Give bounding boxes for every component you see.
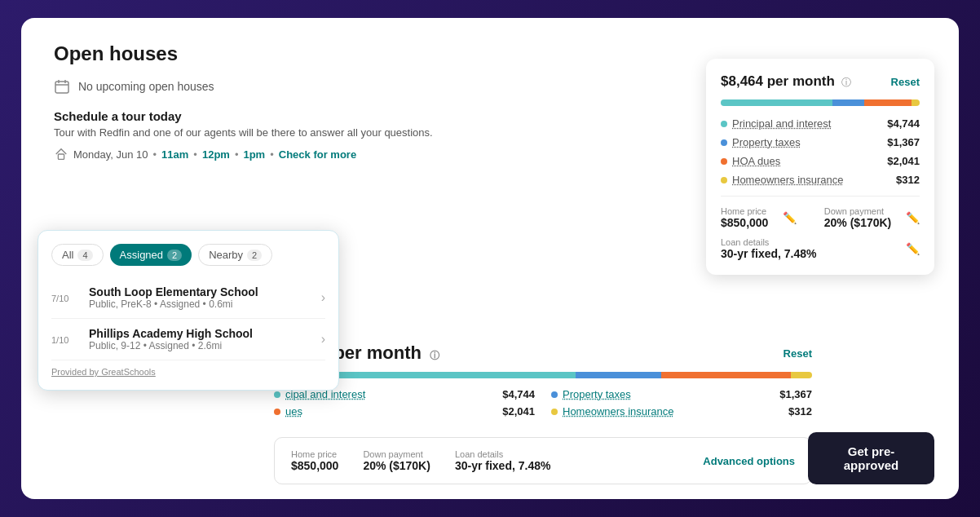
tab-all[interactable]: All 4 bbox=[51, 244, 104, 266]
float-progress-bar bbox=[721, 99, 920, 106]
bottom-payment-section: Home price $850,000 Down payment 20% ($1… bbox=[274, 437, 812, 484]
tab-nearby[interactable]: Nearby 2 bbox=[198, 244, 272, 266]
bottom-home-price-label: Home price bbox=[291, 449, 338, 459]
loan-details-edit-icon[interactable]: ✏️ bbox=[906, 242, 920, 255]
school-score-0: 7/10 bbox=[51, 291, 81, 304]
check-for-more-link[interactable]: Check for more bbox=[279, 148, 356, 161]
school-score-1: 1/10 bbox=[51, 333, 81, 346]
payment-card-float: $8,464 per month ⓘ Reset Principal and i… bbox=[706, 59, 934, 275]
tab-assigned[interactable]: Assigned 2 bbox=[110, 244, 192, 266]
main-bar-hoa bbox=[661, 372, 790, 378]
bar-principal bbox=[721, 99, 832, 106]
cost-label-taxes[interactable]: Property taxes bbox=[732, 136, 801, 148]
tour-time-11am[interactable]: 11am bbox=[161, 148, 188, 161]
cost-label-insurance[interactable]: Homeowners insurance bbox=[732, 174, 844, 186]
cost-item-hoa: HOA dues $2,041 bbox=[721, 155, 920, 167]
tour-time-12pm[interactable]: 12pm bbox=[202, 148, 230, 161]
down-payment-value: 20% ($170K) bbox=[824, 216, 892, 229]
main-bar-taxes bbox=[576, 372, 662, 378]
chevron-right-icon-1: › bbox=[321, 332, 325, 347]
bar-insurance bbox=[912, 99, 920, 106]
tour-time-1pm[interactable]: 1pm bbox=[243, 148, 265, 161]
cost-value-hoa: $2,041 bbox=[887, 155, 920, 167]
main-info-icon[interactable]: ⓘ bbox=[430, 350, 439, 361]
cost-label-principal[interactable]: Principal and interest bbox=[732, 117, 831, 130]
main-value-taxes: $1,367 bbox=[779, 388, 812, 400]
main-reset-link[interactable]: Reset bbox=[784, 347, 812, 360]
svg-rect-0 bbox=[55, 82, 68, 93]
chevron-right-icon-0: › bbox=[321, 290, 325, 305]
loan-details-label: Loan details bbox=[721, 237, 817, 247]
cost-label-hoa[interactable]: HOA dues bbox=[732, 155, 780, 167]
down-payment-edit-icon[interactable]: ✏️ bbox=[906, 211, 920, 224]
tour-date: Monday, Jun 10 bbox=[73, 148, 148, 161]
school-tabs: All 4 Assigned 2 Nearby 2 bbox=[51, 244, 325, 266]
cost-item-taxes: Property taxes $1,367 bbox=[721, 136, 920, 148]
main-cost-taxes: Property taxes $1,367 bbox=[551, 388, 812, 400]
dot-principal bbox=[721, 121, 727, 127]
main-payment-header: $8,464 per month ⓘ Reset bbox=[274, 342, 812, 364]
main-payment-section: $8,464 per month ⓘ Reset cipal and inter… bbox=[274, 342, 812, 418]
calendar-icon bbox=[54, 78, 70, 95]
bottom-down-payment-value: 20% ($170K) bbox=[363, 459, 430, 472]
dot-taxes bbox=[721, 139, 727, 146]
main-cost-grid: cipal and interest $4,744 Property taxes… bbox=[274, 388, 812, 418]
bottom-home-price: Home price $850,000 bbox=[291, 449, 338, 472]
main-value-insurance: $312 bbox=[788, 405, 812, 418]
info-icon[interactable]: ⓘ bbox=[841, 77, 851, 88]
main-cost-hoa: ues $2,041 bbox=[274, 405, 535, 418]
dot-insurance bbox=[721, 177, 727, 183]
main-container: Open houses No upcoming open houses Sche… bbox=[21, 18, 959, 499]
cost-item-principal: Principal and interest $4,744 bbox=[721, 117, 920, 130]
school-name-1: Phillips Academy High School bbox=[89, 327, 321, 340]
home-price-value: $850,000 bbox=[721, 216, 768, 229]
bottom-down-payment-label: Down payment bbox=[363, 449, 430, 459]
main-value-hoa: $2,041 bbox=[502, 405, 535, 418]
cost-value-principal: $4,744 bbox=[887, 117, 920, 130]
school-overlay: All 4 Assigned 2 Nearby 2 7/10 South Loo… bbox=[38, 230, 339, 391]
loan-details-row: Loan details 30-yr fixed, 7.48% ✏️ bbox=[721, 237, 920, 260]
main-label-insurance[interactable]: Homeowners insurance bbox=[563, 405, 674, 418]
school-name-0: South Loop Elementary School bbox=[89, 285, 321, 298]
main-value-principal: $4,744 bbox=[502, 388, 535, 400]
main-label-hoa[interactable]: ues bbox=[285, 405, 302, 418]
cost-value-insurance: $312 bbox=[896, 174, 920, 186]
bar-hoa bbox=[864, 99, 912, 106]
school-info-0: South Loop Elementary School Public, Pre… bbox=[89, 285, 321, 310]
school-item-0[interactable]: 7/10 South Loop Elementary School Public… bbox=[51, 277, 325, 319]
loan-details-section: Home price $850,000 ✏️ Down payment 20% … bbox=[721, 206, 920, 260]
float-reset-link[interactable]: Reset bbox=[891, 76, 920, 88]
main-bar-insurance bbox=[791, 372, 812, 378]
house-icon bbox=[54, 147, 68, 161]
provided-by[interactable]: Provided by GreatSchools bbox=[51, 367, 325, 377]
home-price-edit-icon[interactable]: ✏️ bbox=[783, 211, 797, 224]
advanced-options-link[interactable]: Advanced options bbox=[703, 455, 795, 467]
get-pre-approved-button[interactable]: Get pre-approved bbox=[808, 432, 934, 484]
home-price-row: Home price $850,000 ✏️ Down payment 20% … bbox=[721, 206, 920, 229]
cost-value-taxes: $1,367 bbox=[887, 136, 920, 148]
school-info-1: Phillips Academy High School Public, 9-1… bbox=[89, 327, 321, 351]
bottom-down-payment: Down payment 20% ($170K) bbox=[363, 449, 430, 472]
school-meta-1: Public, 9-12 • Assigned • 2.6mi bbox=[89, 340, 321, 351]
main-dot-insurance bbox=[551, 409, 558, 415]
bottom-home-price-value: $850,000 bbox=[291, 459, 338, 472]
main-cost-insurance: Homeowners insurance $312 bbox=[551, 405, 812, 418]
bottom-loan-details-label: Loan details bbox=[455, 449, 551, 459]
bottom-loan-details-value: 30-yr fixed, 7.48% bbox=[455, 459, 551, 472]
bottom-loan-details: Loan details 30-yr fixed, 7.48% bbox=[455, 449, 551, 472]
home-price-label: Home price bbox=[721, 206, 768, 216]
main-dot-hoa bbox=[274, 409, 280, 415]
payment-amount-title: $8,464 per month bbox=[721, 73, 835, 89]
main-label-taxes[interactable]: Property taxes bbox=[563, 388, 631, 400]
main-progress-bar bbox=[274, 372, 812, 378]
loan-details-value: 30-yr fixed, 7.48% bbox=[721, 247, 817, 260]
payment-card-header: $8,464 per month ⓘ Reset bbox=[721, 73, 920, 90]
down-payment-label: Down payment bbox=[824, 206, 892, 216]
main-dot-principal bbox=[274, 391, 280, 398]
school-meta-0: Public, PreK-8 • Assigned • 0.6mi bbox=[89, 298, 321, 310]
school-item-1[interactable]: 1/10 Phillips Academy High School Public… bbox=[51, 319, 325, 360]
dot-hoa bbox=[721, 158, 727, 165]
svg-rect-4 bbox=[58, 154, 64, 159]
bar-taxes bbox=[832, 99, 864, 106]
divider bbox=[721, 196, 920, 197]
